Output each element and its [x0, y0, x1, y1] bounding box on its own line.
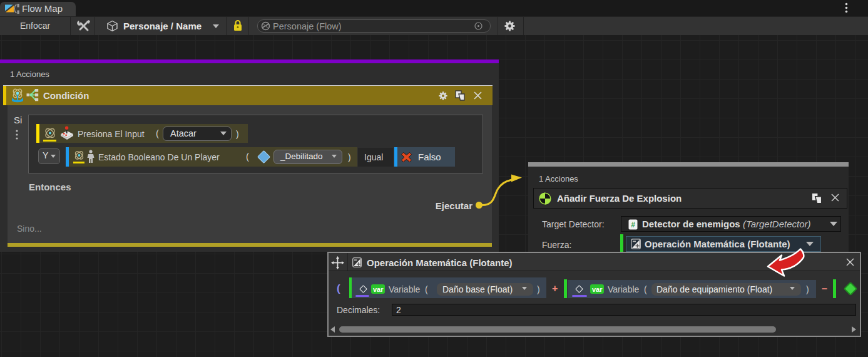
svg-text:#: # — [631, 220, 635, 229]
